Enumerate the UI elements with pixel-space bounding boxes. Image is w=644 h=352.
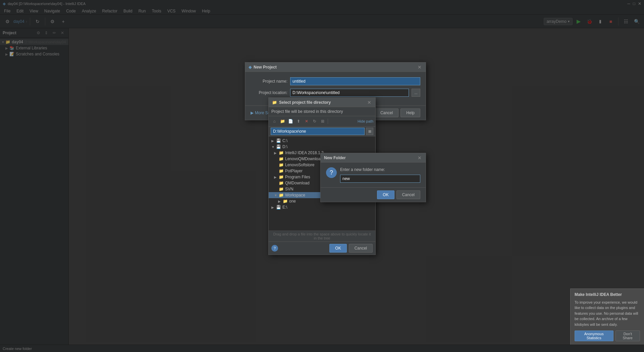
delete-btn[interactable]: ✕	[303, 118, 310, 125]
new-folder-title: New Folder	[324, 156, 346, 160]
new-folder-content: Enter a new folder name:	[340, 167, 420, 183]
help-button[interactable]: Help	[400, 108, 420, 117]
file-dialog-footer: ? OK Cancel	[269, 241, 375, 255]
project-name-label: Project name:	[251, 79, 287, 84]
arrow-workspace: ▼	[274, 193, 279, 197]
folder-icon-program-files: 📁	[279, 175, 284, 179]
notification-buttons: Anonymous Statistics Don't Share	[575, 331, 640, 341]
folder-icon-workspace: 📁	[279, 193, 284, 197]
new-folder-label: Enter a new folder name:	[340, 167, 420, 172]
new-folder-btn[interactable]: 📁	[279, 118, 286, 125]
hide-path-label[interactable]: Hide path	[358, 119, 373, 123]
hdd-icon-e: 💾	[276, 205, 281, 210]
new-folder-input[interactable]	[340, 175, 420, 183]
folder-icon-qmdownload: 📁	[279, 181, 284, 185]
refresh-btn[interactable]: ↻	[311, 118, 318, 125]
file-tree-item-c[interactable]: ▶ 💾 C:\	[269, 138, 375, 144]
dont-share-btn[interactable]: Don't Share	[615, 331, 640, 341]
file-up-btn[interactable]: ⬆	[295, 118, 302, 125]
project-location-input[interactable]	[290, 89, 409, 97]
question-icon: ?	[326, 167, 337, 178]
new-project-close-btn[interactable]: ✕	[417, 64, 422, 70]
arrow-intellij: ▶	[274, 151, 279, 155]
file-path-bar: ⊞	[269, 127, 375, 136]
new-folder-dialog: New Folder ✕ ? Enter a new folder name: …	[320, 153, 426, 202]
new-folder-close-btn[interactable]: ✕	[417, 155, 422, 161]
intellij-icon: ◆	[249, 65, 252, 70]
new-folder-title-bar: New Folder ✕	[321, 153, 426, 163]
new-project-title: ◆ New Project	[249, 65, 277, 70]
new-folder-footer: OK Cancel	[321, 187, 426, 202]
folder-icon-one: 📁	[283, 199, 288, 204]
expand-all-btn[interactable]: ⊞	[319, 118, 326, 125]
folder-icon-svn: 📁	[279, 187, 284, 191]
triangle-icon: ▶	[251, 111, 254, 115]
folder-icon-potplayer: 📁	[279, 169, 284, 173]
file-cancel-button[interactable]: Cancel	[349, 244, 373, 253]
project-location-row: Project location: ...	[251, 89, 420, 97]
folder-icon-lenovo-soft: 📁	[279, 163, 284, 167]
file-chooser-close-btn[interactable]: ✕	[367, 100, 372, 105]
new-project-title-bar: ◆ New Project ✕	[245, 62, 426, 72]
folder-icon-lenovo-qm: 📁	[279, 157, 284, 161]
arrow-d: ▼	[271, 145, 276, 149]
folder-icon-intellij: 📁	[279, 150, 284, 155]
file-chooser-title: 📁 Select project file directory	[272, 100, 331, 105]
file-drop-hint: Drag and drop a file into the space abov…	[269, 230, 375, 241]
arrow-program-files: ▶	[274, 175, 279, 179]
project-name-row: Project name:	[251, 77, 420, 85]
file-chooser-title-bar: 📁 Select project file directory ✕	[269, 98, 375, 107]
home-btn[interactable]: ⌂	[271, 118, 278, 125]
file-ok-button[interactable]: OK	[329, 244, 346, 253]
file-path-input[interactable]	[271, 128, 365, 135]
new-folder-cancel-btn[interactable]: Cancel	[396, 190, 420, 199]
arrow-c: ▶	[271, 139, 276, 143]
notification-title: Make IntelliJ IDEA Better	[575, 292, 640, 297]
project-name-input[interactable]	[290, 77, 420, 85]
file-toolbar: ⌂ 📁 📄 ⬆ ✕ ↻ ⊞ Hide path	[269, 116, 375, 127]
file-tree-item-d[interactable]: ▼ 💾 D:\	[269, 144, 375, 150]
new-folder-body: ? Enter a new folder name:	[321, 163, 426, 187]
project-location-label: Project location:	[251, 90, 287, 95]
file-toolbar-sep	[328, 119, 328, 124]
arrow-e: ▶	[271, 206, 276, 209]
hdd-icon-c: 💾	[276, 138, 281, 143]
hdd-icon-d: 💾	[276, 144, 281, 149]
notification-text: To improve your experience, we would lik…	[575, 300, 640, 327]
browse-button[interactable]: ...	[412, 89, 420, 97]
arrow-one: ▶	[278, 200, 283, 203]
notification-panel: Make IntelliJ IDEA Better To improve you…	[570, 289, 644, 345]
folder-chooser-icon: 📁	[272, 100, 277, 105]
file-path-expand-btn[interactable]: ⊞	[366, 128, 373, 135]
create-file-btn[interactable]: 📄	[287, 118, 294, 125]
file-dialog-help-btn[interactable]: ?	[271, 245, 278, 252]
file-chooser-description: Project file will be stored in this dire…	[269, 107, 375, 116]
anonymous-statistics-btn[interactable]: Anonymous Statistics	[575, 331, 613, 341]
cancel-button[interactable]: Cancel	[375, 108, 398, 117]
new-folder-ok-btn[interactable]: OK	[377, 190, 394, 199]
file-tree-item-e[interactable]: ▶ 💾 E:\	[269, 204, 375, 210]
